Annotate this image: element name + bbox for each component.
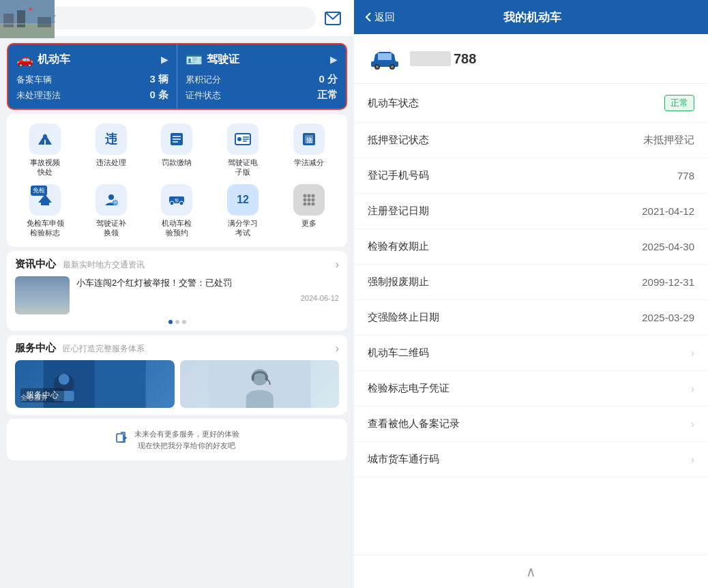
back-label: 返回: [374, 11, 395, 24]
dot-3: [182, 320, 186, 324]
detail-row-arrow[interactable]: ›: [691, 347, 694, 359]
license-row1-unit: 分: [327, 73, 338, 85]
plate-number: 788: [410, 51, 476, 67]
left-panel: 搜索 🚗 机动车 ▶ 备案车辆 3 辆: [0, 0, 354, 588]
detail-row-label: 登记手机号码: [368, 169, 429, 182]
detail-row[interactable]: 城市货车通行码›: [354, 442, 708, 477]
page-title: 我的机动车: [402, 10, 663, 25]
car-row1-value: 3: [149, 73, 155, 85]
sc-arrow[interactable]: ›: [336, 342, 339, 355]
svg-point-27: [307, 194, 310, 197]
service-item-more[interactable]: 更多: [277, 184, 340, 238]
detail-row-value: 2025-03-29: [642, 312, 694, 323]
sc-subtitle: 匠心打造完整服务体系: [63, 344, 145, 353]
detail-row[interactable]: 查看被他人备案记录›: [354, 407, 708, 442]
back-chevron-icon: [365, 12, 372, 23]
license-card-arrow: ▶: [330, 54, 338, 65]
exempt-icon: 免检: [29, 184, 61, 216]
detail-row-label: 注册登记日期: [368, 205, 429, 218]
car-row1-unit: 辆: [158, 73, 168, 85]
inspect-label: 机动车检验预约: [162, 218, 192, 238]
detail-row-label: 城市货车通行码: [368, 453, 439, 466]
license-card[interactable]: 🪪 驾驶证 ▶ 累积记分 0 分 证件状态 正常: [177, 44, 346, 108]
service-item-exempt[interactable]: 免检 免检车申领检验标志: [14, 184, 77, 238]
elicense-icon: [227, 123, 259, 155]
detail-row-label: 机动车状态: [368, 97, 419, 110]
svg-point-29: [303, 198, 306, 201]
share-icon: [115, 431, 129, 448]
sc-images: 服务中心 全心服务: [15, 360, 339, 408]
svg-point-34: [311, 202, 314, 205]
service-item-relicense[interactable]: 补 驾驶证补换领: [80, 184, 143, 238]
detail-row-label: 强制报废期止: [368, 276, 429, 289]
plate-visible: 788: [454, 51, 476, 67]
news-subtitle: 最新实时地方交通资讯: [63, 260, 145, 269]
more-label: 更多: [301, 218, 316, 228]
car-card[interactable]: 🚗 机动车 ▶ 备案车辆 3 辆 未处理违法 0 条: [8, 44, 177, 108]
car-info-header: 788: [354, 34, 708, 84]
violation-icon: 违: [95, 123, 127, 155]
more-icon: [293, 184, 325, 216]
news-item[interactable]: 小车连闯2个红灯被举报！交警：已处罚 2024-06-12: [15, 276, 339, 314]
detail-row[interactable]: 检验标志电子凭证›: [354, 371, 708, 407]
sc-title: 服务中心: [15, 342, 56, 353]
svg-point-26: [303, 194, 306, 197]
car-row1-label: 备案车辆: [16, 74, 52, 86]
elicense-label: 驾驶证电子版: [228, 158, 258, 177]
fine-icon: [161, 123, 192, 155]
back-button[interactable]: 返回: [365, 11, 395, 24]
footer-section: 未来会有更多服务，更好的体验 现在快把我分享给你的好友吧: [7, 419, 347, 460]
detail-row-value: 2099-12-31: [642, 276, 694, 288]
detail-row-arrow[interactable]: ›: [691, 454, 694, 466]
detail-row: 抵押登记状态未抵押登记: [354, 123, 708, 158]
detail-row-label: 检验标志电子凭证: [368, 382, 449, 395]
svg-rect-55: [378, 53, 392, 60]
svg-point-24: [179, 201, 183, 205]
detail-row: 注册登记日期2021-04-12: [354, 194, 708, 229]
detail-row[interactable]: 机动车二维码›: [354, 336, 708, 371]
car-row2-unit: 条: [158, 89, 168, 100]
mail-icon[interactable]: [323, 10, 343, 27]
license-row1-value: 0: [319, 73, 324, 85]
detail-row-label: 检验有效期止: [368, 240, 429, 253]
svg-rect-5: [44, 140, 46, 143]
detail-row-value: 778: [677, 170, 694, 181]
car-row2-label: 未处理违法: [16, 89, 61, 102]
accident-icon: [29, 123, 61, 155]
services-section: 事故视频快处 违 违法处理 罚款缴纳 驾驶证电子版 法: [7, 114, 347, 247]
bottom-handle: ∧: [354, 555, 708, 588]
search-input-wrap[interactable]: 搜索: [11, 7, 316, 29]
violation-label: 违法处理: [96, 158, 126, 167]
news-thumbnail: [15, 276, 70, 314]
service-item-inspect[interactable]: 预 机动车检验预约: [145, 184, 209, 238]
service-item-accident[interactable]: 事故视频快处: [14, 123, 77, 177]
news-arrow[interactable]: ›: [336, 259, 339, 271]
svg-text:预: 预: [175, 199, 179, 203]
detail-row-label: 机动车二维码: [368, 347, 429, 359]
footer-text: 未来会有更多服务，更好的体验 现在快把我分享给你的好友吧: [134, 428, 239, 451]
service-item-fine[interactable]: 罚款缴纳: [145, 123, 209, 177]
sc-image-left[interactable]: 服务中心 全心服务: [15, 360, 175, 408]
news-dots: [15, 320, 339, 324]
cards-section: 🚗 机动车 ▶ 备案车辆 3 辆 未处理违法 0 条: [7, 43, 347, 110]
detail-row-label: 交强险终止日期: [368, 311, 439, 324]
collapse-icon[interactable]: ∧: [526, 563, 536, 580]
sc-image-right[interactable]: [180, 360, 340, 408]
detail-row: 机动车状态正常: [354, 84, 708, 123]
service-item-elicense[interactable]: 驾驶证电子版: [211, 123, 275, 177]
detail-row: 强制报废期止2099-12-31: [354, 265, 708, 300]
detail-row-arrow[interactable]: ›: [691, 418, 694, 430]
detail-row-value: 正常: [664, 95, 694, 111]
svg-rect-49: [251, 375, 254, 381]
news-title: 资讯中心: [15, 258, 56, 269]
service-item-fullscore[interactable]: 12 满分学习考试: [211, 184, 275, 238]
service-item-violation[interactable]: 违 违法处理: [80, 123, 143, 177]
detail-row-label: 抵押登记状态: [368, 134, 429, 147]
right-header: 返回 我的机动车: [354, 0, 708, 34]
svg-point-6: [44, 143, 46, 145]
svg-point-45: [59, 374, 70, 385]
fullscore-label: 满分学习考试: [228, 218, 258, 238]
detail-row-value: 2025-04-30: [642, 241, 694, 252]
detail-row-arrow[interactable]: ›: [691, 383, 694, 395]
service-item-study[interactable]: 法 学法减分: [277, 123, 340, 177]
